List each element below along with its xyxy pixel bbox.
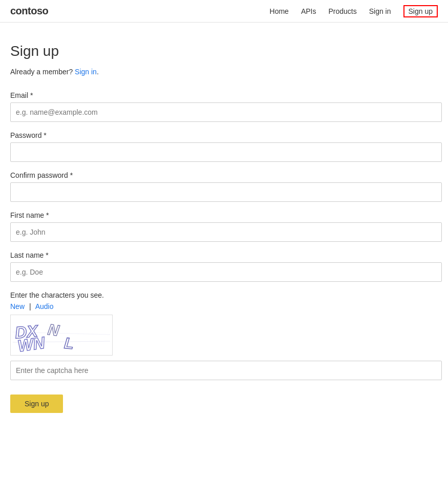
first-name-input[interactable]	[10, 222, 442, 242]
captcha-audio-link[interactable]: Audio	[35, 302, 54, 310]
nav-signup[interactable]: Sign up	[403, 5, 438, 17]
email-input[interactable]	[10, 102, 442, 122]
already-member-text: Already a member? Sign in.	[10, 68, 438, 76]
site-header: contoso Home APIs Products Sign in Sign …	[0, 0, 448, 23]
signup-button[interactable]: Sign up	[10, 395, 63, 413]
captcha-instruction: Enter the characters you see.	[10, 291, 438, 299]
confirm-password-input[interactable]	[10, 182, 442, 202]
captcha-svg: DX N WN L	[13, 317, 110, 354]
captcha-input[interactable]	[10, 361, 442, 380]
last-name-label: Last name *	[10, 251, 438, 259]
main-nav: Home APIs Products Sign in Sign up	[270, 5, 438, 17]
confirm-password-group: Confirm password *	[10, 171, 438, 202]
last-name-input[interactable]	[10, 262, 442, 282]
captcha-image: DX N WN L	[10, 315, 113, 356]
signin-link[interactable]: Sign in	[75, 68, 97, 76]
last-name-group: Last name *	[10, 251, 438, 282]
site-logo: contoso	[10, 5, 48, 17]
svg-text:WN: WN	[16, 333, 47, 354]
captcha-new-link[interactable]: New	[10, 302, 25, 310]
page-title: Sign up	[10, 43, 438, 59]
password-group: Password *	[10, 131, 438, 162]
email-label: Email *	[10, 91, 438, 99]
captcha-section: Enter the characters you see. New | Audi…	[10, 291, 438, 380]
svg-text:L: L	[63, 335, 74, 352]
signup-form: Email * Password * Confirm password * Fi…	[10, 91, 438, 413]
password-input[interactable]	[10, 142, 442, 162]
first-name-group: First name *	[10, 211, 438, 242]
confirm-password-label: Confirm password *	[10, 171, 438, 179]
email-group: Email *	[10, 91, 438, 122]
first-name-label: First name *	[10, 211, 438, 219]
main-content: Sign up Already a member? Sign in. Email…	[0, 23, 448, 433]
nav-products[interactable]: Products	[328, 7, 356, 15]
nav-signin[interactable]: Sign in	[369, 7, 391, 15]
password-label: Password *	[10, 131, 438, 139]
captcha-links: New | Audio	[10, 302, 438, 310]
captcha-separator: |	[29, 302, 31, 310]
nav-apis[interactable]: APIs	[301, 7, 316, 15]
nav-home[interactable]: Home	[270, 7, 289, 15]
